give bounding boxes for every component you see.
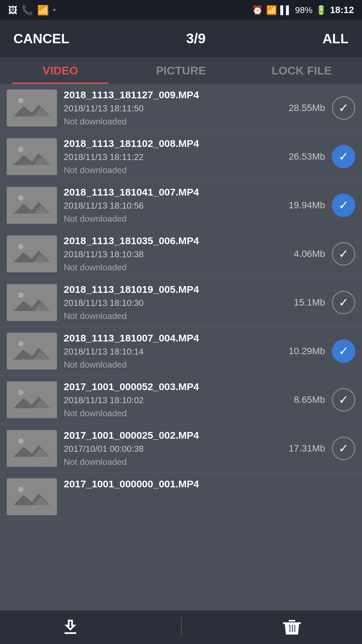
file-size: 15.1Mb bbox=[285, 297, 325, 308]
file-select-checkbox[interactable]: ✓ bbox=[332, 242, 355, 266]
file-list: 2018_1113_181127_009.MP4 2018/11/13 18:1… bbox=[0, 84, 362, 557]
file-select-checkbox[interactable]: ✓ bbox=[332, 388, 355, 412]
tab-video[interactable]: VIDEO bbox=[0, 57, 121, 84]
file-info: 2018_1113_181035_006.MP4 2018/11/13 18:1… bbox=[64, 235, 278, 273]
thumbnail-landscape-icon bbox=[13, 240, 50, 267]
file-thumbnail bbox=[7, 90, 57, 126]
file-status: Not downloaded bbox=[64, 457, 278, 467]
svg-rect-12 bbox=[13, 240, 50, 267]
wifi-icon: 📶 bbox=[37, 5, 49, 16]
list-item[interactable]: 2018_1113_181102_008.MP4 2018/11/13 18:1… bbox=[0, 132, 362, 181]
file-info: 2017_1001_000025_002.MP4 2017/10/01 00:0… bbox=[64, 430, 278, 467]
cancel-button[interactable]: CANCEL bbox=[13, 31, 69, 46]
file-info: 2018_1113_181019_005.MP4 2018/11/13 18:1… bbox=[64, 284, 278, 321]
svg-point-17 bbox=[18, 292, 23, 298]
bottom-bar bbox=[0, 610, 362, 644]
file-date: 2018/11/13 18:11:22 bbox=[64, 152, 278, 162]
thumbnail-landscape-icon bbox=[13, 95, 50, 121]
download-icon bbox=[60, 617, 80, 637]
file-name: 2017_1001_000000_001.MP4 bbox=[64, 478, 355, 490]
file-size: 26.53Mb bbox=[285, 151, 325, 162]
svg-rect-24 bbox=[13, 386, 50, 413]
divider bbox=[181, 617, 182, 637]
file-status: Not downloaded bbox=[64, 165, 278, 175]
file-name: 2017_1001_000052_003.MP4 bbox=[64, 381, 278, 392]
battery-percent: 98% bbox=[295, 5, 312, 15]
svg-point-9 bbox=[18, 195, 23, 201]
top-nav: CANCEL 3/9 ALL bbox=[0, 20, 362, 57]
checkmark-icon: ✓ bbox=[339, 296, 349, 310]
signal-bars-icon: ▌▌ bbox=[280, 5, 292, 15]
select-all-button[interactable]: ALL bbox=[322, 31, 349, 46]
file-select-checkbox[interactable]: ✓ bbox=[332, 291, 355, 314]
checkmark-icon: ✓ bbox=[339, 247, 349, 261]
file-thumbnail bbox=[7, 333, 57, 370]
file-status: Not downloaded bbox=[64, 262, 278, 273]
checkmark-icon: ✓ bbox=[339, 393, 349, 407]
tab-picture[interactable]: PICTURE bbox=[121, 57, 241, 84]
checkmark-icon: ✓ bbox=[339, 344, 349, 358]
alarm-icon: ⏰ bbox=[252, 5, 263, 15]
file-info: 2018_1113_181041_007.MP4 2018/11/13 18:1… bbox=[64, 186, 278, 224]
file-size: 28.55Mb bbox=[285, 103, 325, 113]
file-select-checkbox[interactable]: ✓ bbox=[332, 194, 355, 217]
checkmark-icon: ✓ bbox=[339, 150, 349, 164]
gallery-icon: 🖼 bbox=[8, 5, 17, 16]
file-date: 2017/10/01 00:00:38 bbox=[64, 444, 278, 454]
svg-rect-8 bbox=[13, 192, 50, 219]
file-status: Not downloaded bbox=[64, 214, 278, 224]
list-item[interactable]: 2017_1001_000025_002.MP4 2017/10/01 00:0… bbox=[0, 424, 362, 473]
file-select-checkbox[interactable]: ✓ bbox=[332, 339, 355, 363]
thumbnail-landscape-icon bbox=[13, 192, 50, 219]
list-item[interactable]: 2018_1113_181019_005.MP4 2018/11/13 18:1… bbox=[0, 278, 362, 327]
wifi-signal-icon: 📶 bbox=[266, 5, 277, 15]
svg-rect-28 bbox=[13, 435, 50, 462]
checkmark-icon: ✓ bbox=[339, 198, 349, 212]
file-thumbnail bbox=[7, 478, 57, 515]
thumbnail-landscape-icon bbox=[13, 435, 50, 462]
svg-point-13 bbox=[18, 244, 23, 249]
file-status: Not downloaded bbox=[64, 311, 278, 321]
status-bar: 🖼 📞 📶 • ⏰ 📶 ▌▌ 98% 🔋 18:12 bbox=[0, 0, 362, 20]
thumbnail-landscape-icon bbox=[13, 483, 50, 510]
list-item[interactable]: 2017_1001_000000_001.MP4 bbox=[0, 473, 362, 520]
file-thumbnail bbox=[7, 284, 57, 321]
file-name: 2018_1113_181035_006.MP4 bbox=[64, 235, 278, 247]
tab-bar: VIDEO PICTURE LOCK FILE bbox=[0, 57, 362, 84]
file-name: 2018_1113_181041_007.MP4 bbox=[64, 186, 278, 198]
file-date: 2018/11/13 18:10:02 bbox=[64, 395, 278, 406]
download-button[interactable] bbox=[40, 614, 101, 641]
delete-button[interactable] bbox=[262, 614, 322, 641]
file-info: 2017_1001_000052_003.MP4 2018/11/13 18:1… bbox=[64, 381, 278, 419]
svg-point-5 bbox=[18, 147, 23, 152]
file-thumbnail bbox=[7, 381, 57, 418]
file-status: Not downloaded bbox=[64, 116, 278, 127]
file-name: 2018_1113_181019_005.MP4 bbox=[64, 284, 278, 295]
tab-lock-file[interactable]: LOCK FILE bbox=[241, 57, 362, 84]
list-item[interactable]: 2018_1113_181041_007.MP4 2018/11/13 18:1… bbox=[0, 181, 362, 230]
file-info: 2018_1113_181007_004.MP4 2018/11/13 18:1… bbox=[64, 332, 278, 370]
file-select-checkbox[interactable]: ✓ bbox=[332, 437, 355, 460]
file-thumbnail bbox=[7, 138, 57, 175]
file-info: 2018_1113_181102_008.MP4 2018/11/13 18:1… bbox=[64, 138, 278, 175]
thumbnail-landscape-icon bbox=[13, 289, 50, 316]
file-select-checkbox[interactable]: ✓ bbox=[332, 96, 355, 120]
svg-point-21 bbox=[18, 341, 23, 346]
list-item[interactable]: 2017_1001_000052_003.MP4 2018/11/13 18:1… bbox=[0, 376, 362, 424]
file-thumbnail bbox=[7, 187, 57, 224]
status-bar-right: ⏰ 📶 ▌▌ 98% 🔋 18:12 bbox=[252, 5, 354, 15]
svg-point-1 bbox=[18, 98, 23, 103]
file-size: 10.29Mb bbox=[285, 346, 325, 357]
file-name: 2018_1113_181102_008.MP4 bbox=[64, 138, 278, 149]
svg-rect-16 bbox=[13, 289, 50, 316]
status-bar-left: 🖼 📞 📶 • bbox=[8, 5, 56, 16]
list-item[interactable]: 2018_1113_181035_006.MP4 2018/11/13 18:1… bbox=[0, 230, 362, 278]
svg-rect-4 bbox=[13, 143, 50, 170]
file-select-checkbox[interactable]: ✓ bbox=[332, 145, 355, 168]
file-status: Not downloaded bbox=[64, 360, 278, 370]
list-item[interactable]: 2018_1113_181007_004.MP4 2018/11/13 18:1… bbox=[0, 327, 362, 376]
list-item[interactable]: 2018_1113_181127_009.MP4 2018/11/13 18:1… bbox=[0, 84, 362, 132]
file-name: 2018_1113_181127_009.MP4 bbox=[64, 89, 278, 101]
file-size: 19.94Mb bbox=[285, 200, 325, 211]
svg-point-29 bbox=[18, 438, 23, 444]
